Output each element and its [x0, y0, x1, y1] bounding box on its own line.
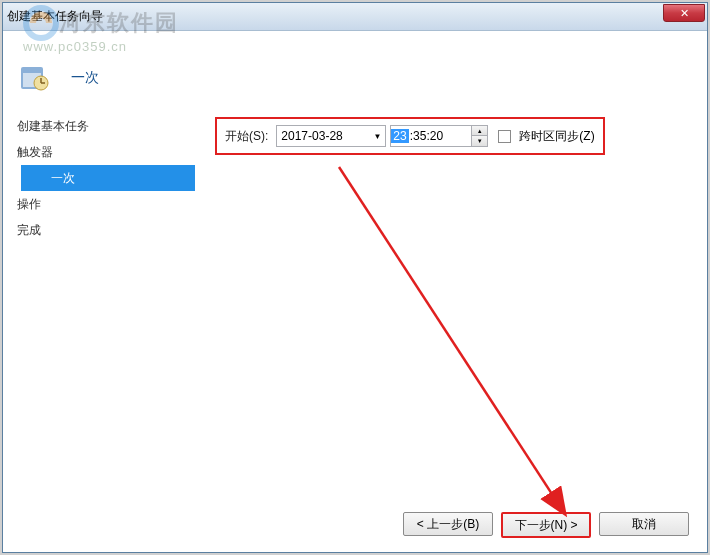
spinner-down-button[interactable]: ▼	[472, 136, 487, 146]
wizard-window: 创建基本任务向导 ✕ 河东软件园 www.pc0359.cn 一次 创建基本任务…	[2, 2, 708, 553]
wizard-steps-sidebar: 创建基本任务 触发器 一次 操作 完成	[3, 103, 195, 513]
sidebar-item-action[interactable]: 操作	[3, 191, 195, 217]
next-button[interactable]: 下一步(N) >	[501, 512, 591, 538]
close-icon: ✕	[680, 7, 689, 20]
date-value: 2017-03-28	[281, 129, 342, 143]
back-button[interactable]: < 上一步(B)	[403, 512, 493, 536]
sidebar-item-trigger[interactable]: 触发器	[3, 139, 195, 165]
wizard-header: 一次	[3, 31, 707, 103]
content-area: 创建基本任务 触发器 一次 操作 完成 开始(S): 2017-03-28 ▼ …	[3, 103, 707, 513]
time-hour-selected: 23	[391, 129, 408, 143]
timezone-label: 跨时区同步(Z)	[519, 128, 594, 145]
start-label: 开始(S):	[225, 128, 268, 145]
task-icon	[17, 61, 49, 93]
sidebar-item-finish[interactable]: 完成	[3, 217, 195, 243]
spinner-up-button[interactable]: ▲	[472, 126, 487, 136]
timezone-sync-checkbox[interactable]	[498, 130, 511, 143]
time-rest: :35:20	[409, 129, 443, 143]
wizard-footer: < 上一步(B) 下一步(N) > 取消	[403, 512, 689, 538]
sidebar-item-create-task[interactable]: 创建基本任务	[3, 113, 195, 139]
sidebar-item-once[interactable]: 一次	[21, 165, 195, 191]
page-title: 一次	[71, 69, 689, 87]
date-picker[interactable]: 2017-03-28 ▼	[276, 125, 386, 147]
cancel-button[interactable]: 取消	[599, 512, 689, 536]
start-time-group: 开始(S): 2017-03-28 ▼ 23 :35:20 ▲ ▼ 跨时区同步(…	[215, 117, 605, 155]
close-button[interactable]: ✕	[663, 4, 705, 22]
chevron-down-icon: ▼	[373, 132, 381, 141]
window-title: 创建基本任务向导	[7, 8, 103, 25]
time-spinner: ▲ ▼	[471, 126, 487, 146]
main-panel: 开始(S): 2017-03-28 ▼ 23 :35:20 ▲ ▼ 跨时区同步(…	[195, 103, 707, 513]
titlebar: 创建基本任务向导 ✕	[3, 3, 707, 31]
time-picker[interactable]: 23 :35:20 ▲ ▼	[390, 125, 488, 147]
